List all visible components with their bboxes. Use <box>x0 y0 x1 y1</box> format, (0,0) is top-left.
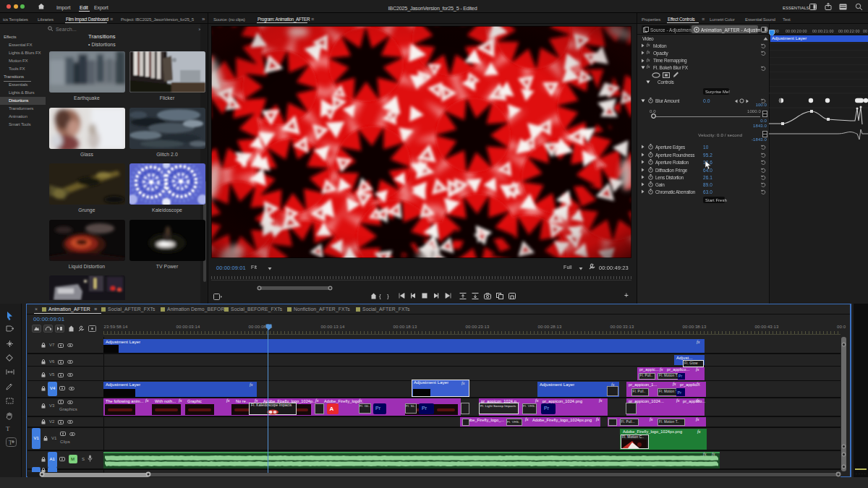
svg-text:T: T <box>9 440 12 446</box>
